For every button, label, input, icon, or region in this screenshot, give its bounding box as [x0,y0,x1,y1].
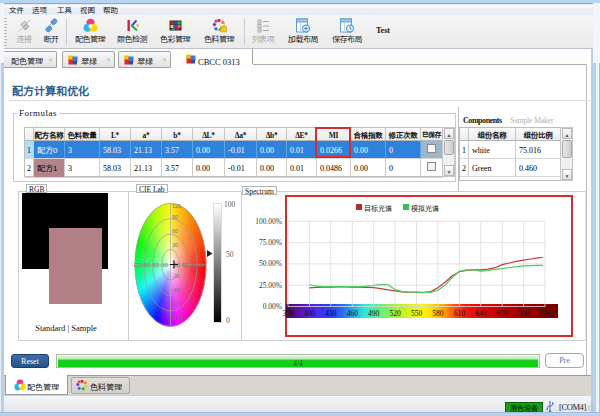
svg-text:120: 120 [195,262,204,268]
svg-text:490: 490 [368,309,380,318]
svg-text:370: 370 [282,309,294,318]
svg-text:550: 550 [411,309,423,318]
svg-text:60: 60 [172,228,178,234]
svg-text:120: 120 [172,203,181,209]
svg-text:50.00%: 50.00% [259,259,282,268]
svg-text:400: 400 [304,309,316,318]
svg-text:-30: -30 [160,262,168,268]
svg-text:60: 60 [182,262,188,268]
svg-text:-120: -120 [172,315,183,321]
svg-text:-60: -60 [172,287,180,293]
svg-text:-120: -120 [131,262,142,268]
svg-text:520: 520 [389,309,401,318]
svg-text:90: 90 [172,214,178,220]
svg-text:580: 580 [432,309,444,318]
svg-text:460: 460 [347,309,359,318]
svg-text:75.00%: 75.00% [259,238,282,247]
svg-text:670: 670 [497,309,509,318]
svg-text:-90: -90 [142,262,150,268]
svg-text:-30: -30 [172,273,180,279]
svg-text:-90: -90 [172,301,180,307]
svg-text:610: 610 [454,309,466,318]
svg-text:700: 700 [518,309,530,318]
svg-text:100.00%: 100.00% [255,217,282,226]
svg-text:730: 730 [539,309,551,318]
svg-text:430: 430 [325,309,337,318]
svg-text:-60: -60 [151,262,159,268]
svg-text:25.00%: 25.00% [259,281,282,290]
svg-text:0.00%: 0.00% [263,302,282,311]
svg-text:640: 640 [475,309,487,318]
svg-text:30: 30 [172,242,178,248]
